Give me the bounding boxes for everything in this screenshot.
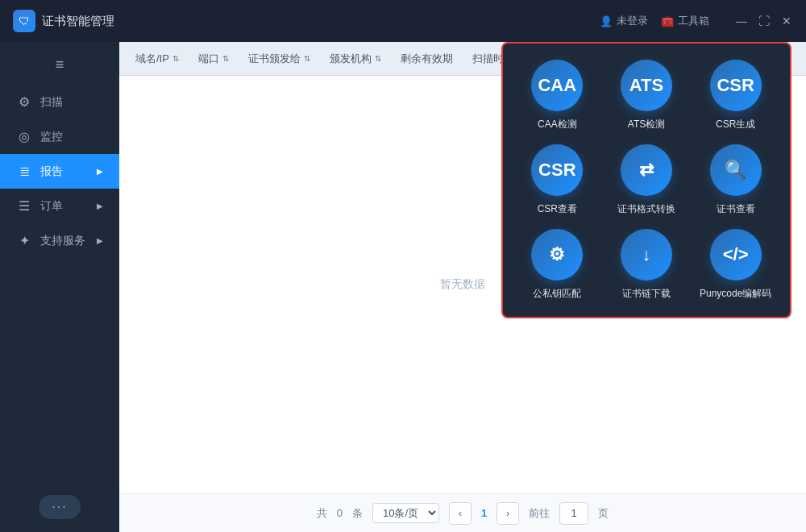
tool-label-csr-view: CSR查看 [538,202,577,216]
report-arrow: ▶ [97,167,103,176]
tool-label-cert-view: 证书查看 [717,202,755,216]
close-button[interactable]: ✕ [780,15,793,27]
tool-circle-ats: ATS [621,60,672,111]
total-suffix: 条 [352,506,363,521]
minimize-button[interactable]: — [735,15,748,27]
tool-label-csr-gen: CSR生成 [716,118,755,131]
current-page: 1 [481,507,487,519]
sidebar-item-scan-label: 扫描 [40,95,63,110]
sidebar-item-order-label: 订单 [40,199,63,214]
tool-item-ats[interactable]: ATSATS检测 [605,60,688,131]
monitor-icon: ◎ [16,129,32,144]
sidebar: ≡ ⚙ 扫描 ◎ 监控 ≣ 报告 ▶ ☰ 订单 ▶ ✦ 支持服务 ▶ ··· [0,42,119,532]
tool-label-keypair: 公私钥匹配 [533,287,581,301]
col-validity-label: 剩余有效期 [401,52,453,66]
tool-item-csr-view[interactable]: CSRCSR查看 [516,144,599,216]
col-domain-sort-icon: ⇅ [172,54,179,63]
tool-circle-cert-download: ↓ [621,229,672,281]
tool-circle-keypair: ⚙ [531,229,583,281]
tool-circle-cert-view: 🔍 [710,144,762,196]
hamburger-icon: ≡ [56,56,64,73]
tool-label-punycode: Punycode编解码 [700,287,771,301]
toolbox-popup: CAACAA检测ATSATS检测CSRCSR生成CSRCSR查看⇄证书格式转换🔍… [501,42,791,318]
tool-circle-csr-gen: CSR [710,60,762,111]
sidebar-item-order[interactable]: ☰ 订单 ▶ [0,189,119,223]
toolbox-icon: 🧰 [661,15,674,27]
tool-item-cert-convert[interactable]: ⇄证书格式转换 [605,144,688,216]
total-count: 0 [337,507,343,519]
title-bar: 🛡 证书智能管理 👤 未登录 🧰 工具箱 — ⛶ ✕ [0,0,806,42]
next-page-button[interactable]: › [496,502,519,525]
sidebar-item-monitor[interactable]: ◎ 监控 [0,119,119,154]
pagination-bar: 共 0 条 10条/页 20条/页 50条/页 ‹ 1 › 前往 页 [119,493,806,532]
tool-label-caa: CAA检测 [538,118,577,131]
tool-label-ats: ATS检测 [628,118,665,131]
tool-circle-punycode: </> [710,229,762,281]
sidebar-toggle[interactable]: ≡ [0,48,119,81]
sidebar-bottom: ··· [0,482,119,532]
scan-icon: ⚙ [16,94,32,110]
tool-item-keypair[interactable]: ⚙公私钥匹配 [516,229,599,301]
toolbox-action[interactable]: 🧰 工具箱 [661,14,709,28]
sidebar-item-support[interactable]: ✦ 支持服务 ▶ [0,223,119,258]
user-icon: 👤 [600,15,613,27]
total-prefix: 共 [317,506,327,521]
col-port-label: 端口 [198,52,219,66]
col-port: 端口 ⇅ [189,52,239,66]
title-bar-right: 👤 未登录 🧰 工具箱 — ⛶ ✕ [600,14,793,28]
col-issued-to-sort-icon: ⇅ [304,54,310,63]
tool-circle-csr-view: CSR [531,144,583,196]
order-icon: ☰ [16,198,32,214]
tool-item-punycode[interactable]: </>Punycode编解码 [694,229,777,301]
user-label: 未登录 [617,14,648,28]
prev-page-button[interactable]: ‹ [449,502,472,525]
window-controls: — ⛶ ✕ [735,15,793,27]
sidebar-item-scan[interactable]: ⚙ 扫描 [0,85,119,119]
col-issuer-label: 颁发机构 [330,52,372,66]
goto-suffix: 页 [598,506,609,521]
sidebar-item-monitor-label: 监控 [40,130,63,144]
sidebar-item-report[interactable]: ≣ 报告 ▶ [0,154,119,189]
col-issuer: 颁发机构 ⇅ [320,52,391,66]
tool-item-caa[interactable]: CAACAA检测 [516,60,599,131]
col-domain: 域名/IP ⇅ [126,52,189,66]
empty-text: 暂无数据 [440,277,485,292]
tool-item-cert-download[interactable]: ↓证书链下载 [605,229,688,301]
support-arrow: ▶ [97,236,103,245]
sidebar-item-support-label: 支持服务 [40,234,85,248]
col-validity: 剩余有效期 [391,52,463,66]
more-button[interactable]: ··· [39,495,80,519]
col-issued-to-label: 证书颁发给 [248,52,301,66]
tool-label-cert-convert: 证书格式转换 [617,202,675,216]
tool-item-csr-gen[interactable]: CSRCSR生成 [694,60,777,131]
tool-circle-caa: CAA [531,60,583,111]
order-arrow: ▶ [97,202,103,210]
goto-page-input[interactable] [559,502,588,525]
support-icon: ✦ [16,233,32,248]
title-bar-left: 🛡 证书智能管理 [13,10,114,32]
col-domain-label: 域名/IP [135,52,169,66]
tool-item-cert-view[interactable]: 🔍证书查看 [694,144,777,216]
sidebar-item-report-label: 报告 [40,164,63,179]
maximize-button[interactable]: ⛶ [758,15,771,27]
app-title: 证书智能管理 [42,14,114,29]
col-issued-to: 证书颁发给 ⇅ [239,52,320,66]
user-action[interactable]: 👤 未登录 [600,14,648,28]
report-icon: ≣ [16,164,32,179]
app-icon: 🛡 [13,10,35,32]
page-size-select[interactable]: 10条/页 20条/页 50条/页 [372,503,439,523]
toolbox-label: 工具箱 [678,14,709,28]
tool-label-cert-download: 证书链下载 [622,287,671,301]
col-issuer-sort-icon: ⇅ [375,54,381,63]
tool-circle-cert-convert: ⇄ [621,144,672,196]
col-port-sort-icon: ⇅ [222,54,229,63]
goto-prefix: 前往 [529,506,550,521]
